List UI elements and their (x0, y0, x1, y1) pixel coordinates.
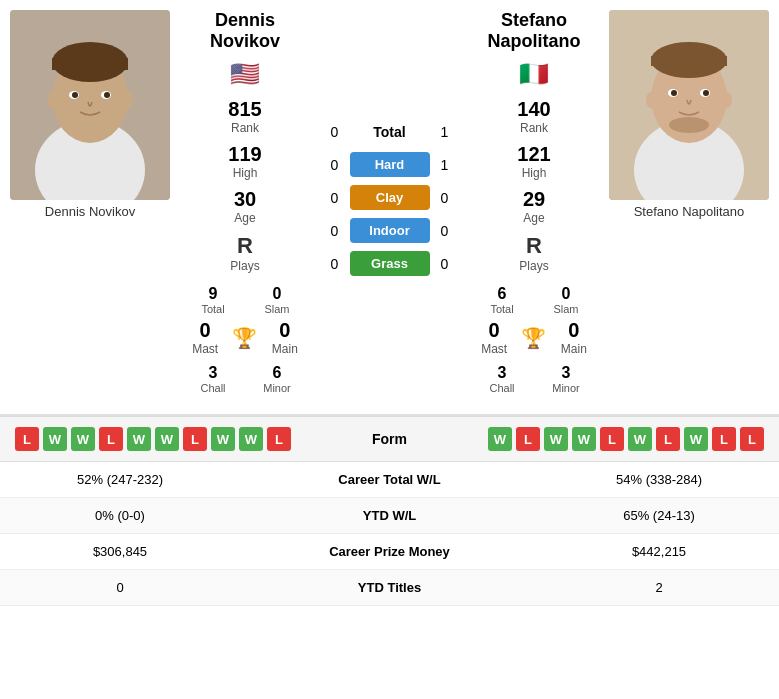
right-main-label: Main (561, 342, 587, 356)
total-label: Total (350, 124, 430, 140)
left-age-value: 30 (234, 188, 256, 211)
left-form-badges: LWWLWWLWWL (15, 427, 291, 451)
svg-rect-5 (52, 58, 128, 70)
left-age-label: Age (234, 211, 256, 225)
right-player-photo-container: Stefano Napolitano (599, 0, 779, 404)
indoor-button[interactable]: Indoor (350, 218, 430, 243)
top-section: Dennis Novikov Dennis Novikov 🇺🇸 815 Ran… (0, 0, 779, 416)
left-total-value: 9 (185, 285, 241, 303)
right-main-value: 0 (561, 319, 587, 342)
stat-row: 0% (0-0)YTD W/L65% (24-13) (0, 498, 779, 534)
form-badge: L (99, 427, 123, 451)
form-badge: L (183, 427, 207, 451)
left-total-label: Total (185, 303, 241, 315)
stat-row: 0YTD Titles2 (0, 570, 779, 606)
svg-point-10 (47, 92, 57, 108)
left-main-label: Main (272, 342, 298, 356)
left-player-photo (10, 10, 170, 200)
stat-row-right-value: 65% (24-13) (559, 508, 759, 523)
svg-point-23 (646, 92, 656, 108)
left-chall-value: 3 (185, 364, 241, 382)
stat-row-left-value: 0% (0-0) (20, 508, 220, 523)
svg-point-9 (104, 92, 110, 98)
form-label: Form (350, 431, 430, 447)
stat-row-label: YTD W/L (220, 508, 559, 523)
form-badge: L (740, 427, 764, 451)
indoor-row: 0 Indoor 0 (315, 218, 464, 243)
stat-row-left-value: 0 (20, 580, 220, 595)
stat-row-right-value: 54% (338-284) (559, 472, 759, 487)
right-chall-value: 3 (474, 364, 530, 382)
left-total-cell: 9 Total (185, 285, 241, 315)
left-slam-cell: 0 Slam (249, 285, 305, 315)
hard-score-right: 1 (430, 157, 460, 173)
left-high-label: High (228, 166, 261, 180)
left-high-value: 119 (228, 143, 261, 166)
left-rank-value: 815 (228, 98, 261, 121)
svg-point-21 (671, 90, 677, 96)
form-badge: L (600, 427, 624, 451)
right-minor-label: Minor (538, 382, 594, 394)
left-player-photo-container: Dennis Novikov (0, 0, 180, 404)
clay-score-left: 0 (320, 190, 350, 206)
right-mast-label: Mast (481, 342, 507, 356)
form-badge: L (15, 427, 39, 451)
clay-score-right: 0 (430, 190, 460, 206)
form-badge: W (43, 427, 67, 451)
grass-score-right: 0 (430, 256, 460, 272)
right-player-flag: 🇮🇹 (519, 60, 549, 88)
right-player-name-label: Stefano Napolitano (609, 204, 769, 219)
right-age-value: 29 (523, 188, 545, 211)
left-minor-label: Minor (249, 382, 305, 394)
hard-row: 0 Hard 1 (315, 152, 464, 177)
svg-point-24 (722, 92, 732, 108)
form-badge: W (544, 427, 568, 451)
right-trophy-icon: 🏆 (521, 326, 546, 350)
right-slam-label: Slam (538, 303, 594, 315)
left-age-block: 30 Age (234, 188, 256, 225)
grass-row: 0 Grass 0 (315, 251, 464, 276)
right-rank-value: 140 (517, 98, 550, 121)
hard-button[interactable]: Hard (350, 152, 430, 177)
grass-score-left: 0 (320, 256, 350, 272)
right-plays-block: R Plays (519, 233, 548, 273)
right-plays-value: R (519, 233, 548, 259)
svg-point-8 (72, 92, 78, 98)
left-chall-cell: 3 Chall (185, 364, 241, 394)
form-badge: L (267, 427, 291, 451)
center-section: 0 Total 1 0 Hard 1 0 Clay 0 0 Indoor 0 (310, 0, 469, 404)
left-player-flag: 🇺🇸 (230, 60, 260, 88)
svg-point-22 (703, 90, 709, 96)
stat-row-label: YTD Titles (220, 580, 559, 595)
left-plays-label: Plays (230, 259, 259, 273)
total-row: 0 Total 1 (315, 124, 464, 140)
svg-point-11 (123, 92, 133, 108)
right-form-badges: WLWWLWLWLL (488, 427, 764, 451)
right-total-value: 6 (474, 285, 530, 303)
left-minor-cell: 6 Minor (249, 364, 305, 394)
svg-rect-17 (651, 56, 727, 66)
grass-button[interactable]: Grass (350, 251, 430, 276)
right-total-label: Total (474, 303, 530, 315)
left-plays-block: R Plays (230, 233, 259, 273)
form-badge: W (211, 427, 235, 451)
form-badge: W (572, 427, 596, 451)
right-mast-cell: 0 Mast (481, 319, 507, 356)
left-mast-value: 0 (192, 319, 218, 342)
left-slam-value: 0 (249, 285, 305, 303)
left-main-value: 0 (272, 319, 298, 342)
stat-row: $306,845Career Prize Money$442,215 (0, 534, 779, 570)
clay-button[interactable]: Clay (350, 185, 430, 210)
clay-row: 0 Clay 0 (315, 185, 464, 210)
right-bottom-grid: 3 Chall 3 Minor (474, 364, 594, 394)
left-trophy-row: 0 Mast 🏆 0 Main (185, 319, 305, 356)
right-minor-value: 3 (538, 364, 594, 382)
right-player-photo (609, 10, 769, 200)
left-main-cell: 0 Main (272, 319, 298, 356)
total-score-right: 1 (430, 124, 460, 140)
stat-row-right-value: $442,215 (559, 544, 759, 559)
stat-row-left-value: $306,845 (20, 544, 220, 559)
form-badge: L (516, 427, 540, 451)
left-mast-cell: 0 Mast (192, 319, 218, 356)
hard-score-left: 0 (320, 157, 350, 173)
